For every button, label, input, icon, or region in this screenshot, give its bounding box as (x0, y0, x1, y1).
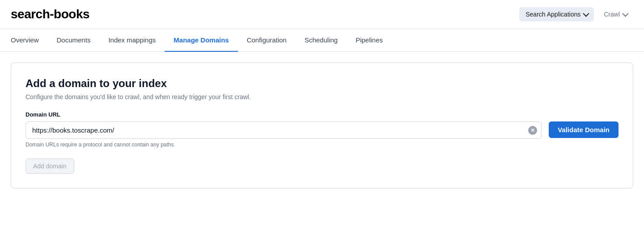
search-applications-button[interactable]: Search Applications (519, 7, 594, 21)
chevron-down-icon (622, 11, 628, 17)
input-hint: Domain URLs require a protocol and canno… (25, 142, 542, 148)
card-title: Add a domain to your index (25, 77, 619, 90)
crawl-label: Crawl (604, 11, 620, 18)
tab-scheduling[interactable]: Scheduling (296, 29, 347, 52)
add-domain-card: Add a domain to your index Configure the… (11, 63, 633, 188)
add-domain-button[interactable]: Add domain (25, 159, 74, 174)
input-section: ✕ Domain URLs require a protocol and can… (25, 121, 542, 148)
domain-url-label: Domain URL (25, 111, 619, 118)
tab-manage-domains[interactable]: Manage Domains (165, 29, 237, 52)
validate-domain-button[interactable]: Validate Domain (549, 121, 619, 138)
tab-documents[interactable]: Documents (48, 29, 100, 52)
tab-pipelines[interactable]: Pipelines (347, 29, 392, 52)
card-subtitle: Configure the domains you'd like to craw… (25, 93, 619, 100)
main-content: Add a domain to your index Configure the… (0, 52, 644, 199)
header-actions: Search Applications Crawl (519, 7, 633, 21)
crawl-button[interactable]: Crawl (597, 7, 633, 21)
domain-input-wrapper: ✕ (25, 121, 542, 139)
page-header: search-books Search Applications Crawl (0, 0, 644, 29)
nav-tabs: Overview Documents Index mappings Manage… (0, 29, 644, 52)
tab-overview[interactable]: Overview (11, 29, 48, 52)
domain-url-input[interactable] (25, 121, 542, 139)
tab-index-mappings[interactable]: Index mappings (99, 29, 165, 52)
search-applications-label: Search Applications (525, 11, 580, 18)
chevron-down-icon (583, 11, 589, 17)
tab-configuration[interactable]: Configuration (238, 29, 296, 52)
clear-input-button[interactable]: ✕ (528, 126, 537, 135)
app-title: search-books (11, 7, 89, 21)
domain-input-row: ✕ Domain URLs require a protocol and can… (25, 121, 619, 148)
